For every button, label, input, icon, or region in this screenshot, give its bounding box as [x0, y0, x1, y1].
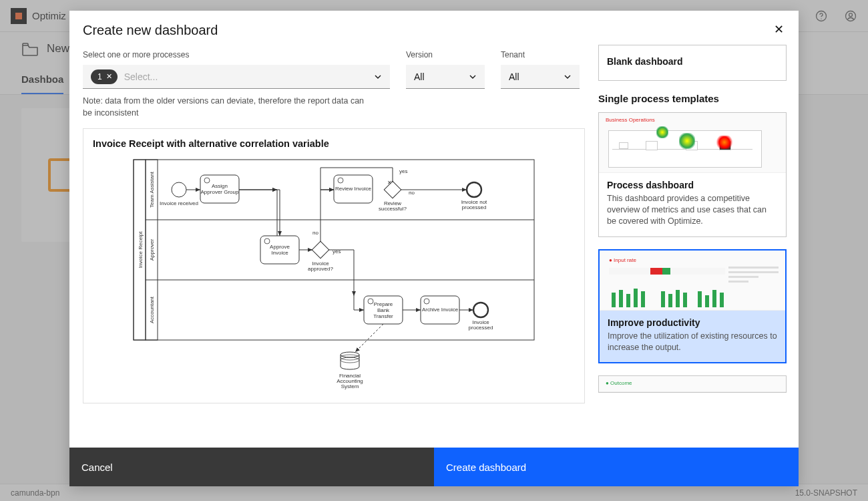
- chevron-down-icon: [564, 73, 572, 81]
- svg-text:Reviewsuccessful?: Reviewsuccessful?: [379, 200, 407, 212]
- svg-text:FinancialAccountingSystem: FinancialAccountingSystem: [337, 373, 363, 389]
- template-improve-title: Improve productivity: [608, 317, 777, 328]
- svg-text:Invoiceprocessed: Invoiceprocessed: [469, 319, 493, 331]
- version-note: Note: data from the older versions can d…: [83, 96, 370, 119]
- svg-point-13: [172, 182, 186, 197]
- template-improve-preview: ● Input rate: [600, 251, 785, 311]
- tenant-value: All: [509, 71, 519, 82]
- cancel-button[interactable]: Cancel: [69, 448, 434, 486]
- chevron-down-icon: [374, 73, 382, 81]
- templates-section-header: Single process templates: [598, 93, 787, 104]
- template-next-preview: ● Outcome: [599, 376, 786, 392]
- process-select[interactable]: 1 ✕ Select...: [83, 65, 390, 89]
- svg-text:✕: ✕: [387, 180, 392, 186]
- tenant-label: Tenant: [501, 50, 580, 59]
- svg-text:Invoice Receipt: Invoice Receipt: [138, 231, 144, 268]
- svg-rect-31: [312, 241, 329, 258]
- svg-text:Invoice received: Invoice received: [160, 200, 198, 206]
- svg-text:no: no: [409, 190, 415, 196]
- svg-text:Archive Invoice: Archive Invoice: [422, 307, 459, 313]
- process-count-pill[interactable]: 1 ✕: [91, 69, 118, 84]
- version-select[interactable]: All: [406, 65, 485, 89]
- svg-text:no: no: [312, 230, 318, 236]
- tenant-select[interactable]: All: [501, 65, 580, 89]
- process-placeholder: Select...: [124, 71, 158, 82]
- svg-point-26: [467, 182, 481, 197]
- svg-text:Invoiceapproved?: Invoiceapproved?: [308, 261, 333, 272]
- svg-text:Review Invoice: Review Invoice: [335, 186, 371, 192]
- svg-text:Accountant: Accountant: [149, 296, 155, 323]
- chevron-down-icon: [469, 73, 477, 81]
- modal-left-pane: Select one or more processes 1 ✕ Select.…: [69, 45, 598, 448]
- svg-text:yes: yes: [399, 168, 407, 174]
- svg-point-41: [473, 303, 488, 317]
- process-count: 1: [97, 72, 102, 81]
- template-next[interactable]: ● Outcome: [598, 375, 787, 393]
- modal-title: Create new dashboard: [83, 23, 218, 38]
- svg-text:Invoice notprocessed: Invoice notprocessed: [461, 199, 487, 210]
- template-process-dashboard-desc: This dashboard provides a competitive ov…: [607, 193, 778, 227]
- svg-text:Approver: Approver: [149, 238, 155, 261]
- template-list[interactable]: Blank dashboard Single process templates…: [598, 45, 799, 448]
- bpmn-preview-card: Invoice Receipt with alternative correla…: [83, 128, 585, 403]
- process-label: Select one or more processes: [83, 50, 390, 59]
- modal-footer: Cancel Create dashboard: [69, 448, 799, 486]
- version-label: Version: [406, 50, 485, 59]
- template-improve-desc: Improve the utilization of existing reso…: [608, 331, 777, 353]
- svg-text:yes: yes: [333, 248, 341, 255]
- diagram-title: Invoice Receipt with alternative correla…: [93, 138, 575, 149]
- template-improve-productivity[interactable]: ● Input rate Improve productivity Improv…: [598, 249, 787, 364]
- template-process-dashboard[interactable]: Business Operations Process dashb: [598, 112, 787, 237]
- template-process-dashboard-title: Process dashboard: [607, 180, 778, 190]
- template-process-dashboard-preview: Business Operations: [599, 113, 786, 173]
- create-dashboard-modal: Create new dashboard ✕ Select one or mor…: [69, 11, 799, 486]
- pill-close-icon[interactable]: ✕: [106, 72, 112, 81]
- template-blank-title: Blank dashboard: [607, 56, 778, 67]
- version-value: All: [414, 71, 425, 82]
- create-dashboard-button[interactable]: Create dashboard: [434, 448, 799, 486]
- bpmn-diagram: .box { fill:#fff; stroke:#333; stroke-wi…: [120, 153, 548, 393]
- svg-text:Team Assistant: Team Assistant: [149, 171, 155, 208]
- template-blank[interactable]: Blank dashboard: [598, 45, 787, 81]
- close-icon[interactable]: ✕: [772, 24, 785, 37]
